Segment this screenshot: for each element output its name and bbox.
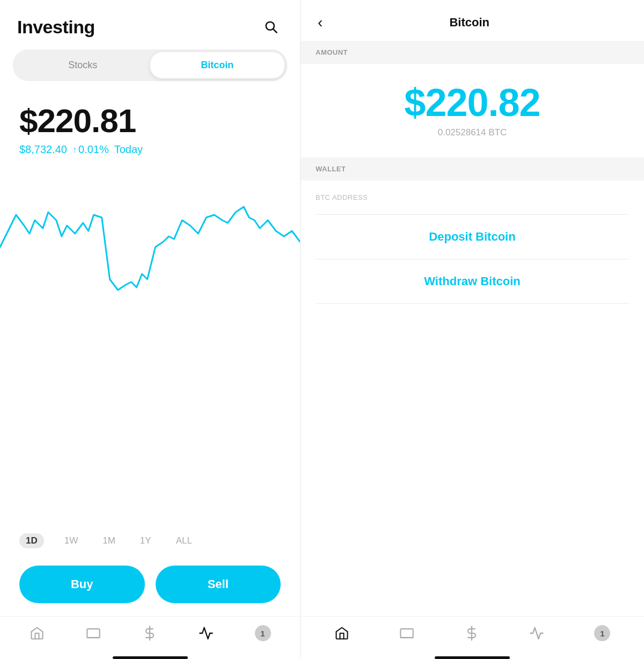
time-all[interactable]: ALL (172, 533, 196, 548)
right-panel: ‹ Bitcoin AMOUNT $220.82 0.02528614 BTC … (301, 0, 644, 659)
price-details: $8,732.40 ↑ 0.01% Today (19, 143, 281, 156)
nav-investing[interactable] (199, 626, 214, 641)
time-1y[interactable]: 1Y (136, 533, 156, 548)
amount-display: $220.82 0.02528614 BTC (301, 64, 644, 157)
amount-usd: $220.82 (404, 83, 540, 122)
bottom-nav-right: 1 (301, 616, 644, 652)
nav-media[interactable] (86, 626, 101, 641)
nav-notifications[interactable]: 1 (255, 625, 271, 641)
nav-transfers[interactable] (142, 626, 157, 641)
nav-media-right[interactable] (399, 626, 414, 641)
wallet-content: BTC ADDRESS (301, 180, 644, 214)
sell-button[interactable]: Sell (156, 566, 281, 603)
time-1m[interactable]: 1M (98, 533, 120, 548)
svg-line-1 (273, 29, 276, 32)
price-sub: $8,732.40 (19, 143, 67, 156)
left-panel: Investing Stocks Bitcoin $220.81 $8,732.… (0, 0, 301, 659)
nav-investing-right[interactable] (529, 626, 544, 641)
chart-container (0, 166, 300, 525)
wallet-label: WALLET (301, 157, 644, 180)
time-1w[interactable]: 1W (60, 533, 83, 548)
tab-stocks[interactable]: Stocks (16, 52, 150, 78)
bottom-nav-left: 1 (0, 616, 300, 652)
nav-notifications-right[interactable]: 1 (594, 625, 610, 641)
action-buttons: Buy Sell (0, 557, 300, 616)
nav-home-right[interactable] (334, 626, 349, 641)
price-section: $220.81 $8,732.40 ↑ 0.01% Today (0, 92, 300, 166)
left-header: Investing (0, 0, 300, 49)
svg-rect-2 (87, 629, 99, 638)
tab-switcher: Stocks Bitcoin (13, 49, 287, 81)
withdraw-bitcoin-button[interactable]: Withdraw Bitcoin (301, 259, 644, 303)
svg-rect-5 (400, 629, 413, 638)
up-arrow-icon: ↑ (72, 145, 77, 155)
home-indicator-right (435, 656, 510, 659)
right-title: Bitcoin (335, 16, 627, 30)
amount-label: AMOUNT (301, 41, 644, 64)
price-change: ↑ 0.01% (72, 143, 109, 156)
deposit-bitcoin-button[interactable]: Deposit Bitcoin (301, 215, 644, 259)
time-range-selector: 1D 1W 1M 1Y ALL (0, 525, 300, 557)
page-title: Investing (17, 17, 95, 38)
tab-bitcoin[interactable]: Bitcoin (150, 52, 285, 78)
btc-address-label: BTC ADDRESS (316, 193, 629, 201)
back-button[interactable]: ‹ (313, 15, 327, 30)
home-indicator-left (113, 656, 188, 659)
buy-button[interactable]: Buy (19, 566, 145, 603)
amount-btc: 0.02528614 BTC (438, 127, 507, 138)
price-period: Today (114, 143, 143, 156)
main-price: $220.81 (19, 103, 281, 139)
time-1d[interactable]: 1D (19, 533, 44, 548)
right-header: ‹ Bitcoin (301, 0, 644, 41)
nav-home[interactable] (30, 626, 45, 641)
nav-transfers-right[interactable] (464, 626, 479, 641)
search-button[interactable] (259, 15, 283, 39)
price-chart (0, 172, 300, 322)
